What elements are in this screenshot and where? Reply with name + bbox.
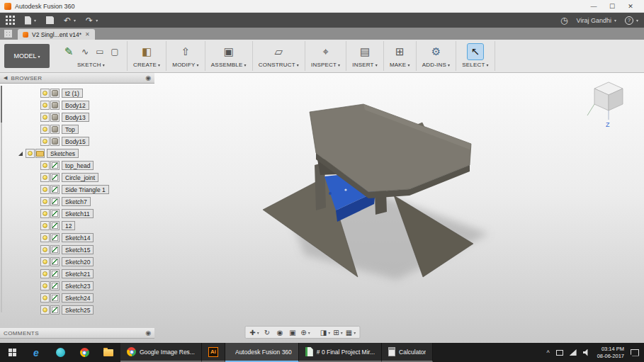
browser-tree-item[interactable]: Sketch24 bbox=[0, 292, 154, 304]
node-label[interactable]: 12 bbox=[62, 221, 75, 230]
select-cursor-icon[interactable]: ↖ bbox=[468, 44, 483, 60]
redo-button[interactable]: ↷ bbox=[86, 16, 98, 25]
show-data-panel-icon[interactable] bbox=[4, 30, 12, 38]
zoom-window-icon[interactable]: ▣ bbox=[288, 327, 298, 337]
job-status-icon[interactable]: ◷ bbox=[560, 16, 567, 25]
view-cube[interactable]: Z bbox=[579, 76, 635, 132]
workspace-menu-button[interactable]: MODEL bbox=[4, 44, 50, 68]
visibility-cell[interactable] bbox=[40, 269, 50, 278]
node-label[interactable]: Sketch11 bbox=[62, 209, 94, 218]
visibility-cell[interactable] bbox=[40, 305, 50, 315]
visibility-cell[interactable] bbox=[40, 101, 50, 110]
browser-tree-item[interactable]: Sketch20 bbox=[0, 256, 154, 268]
node-label[interactable]: Sketch14 bbox=[62, 233, 94, 242]
rectangle-icon[interactable]: ▢ bbox=[108, 45, 121, 58]
close-button[interactable]: ✕ bbox=[621, 0, 640, 12]
action-center-icon[interactable] bbox=[631, 349, 639, 356]
browser-tree-item[interactable]: Body13 bbox=[0, 111, 154, 123]
make-menu[interactable]: MAKE bbox=[390, 62, 410, 68]
collapse-panel-icon[interactable]: ◀ bbox=[4, 75, 7, 81]
node-label[interactable]: Side Triangle 1 bbox=[62, 185, 109, 194]
display-settings-icon[interactable]: ◨ bbox=[320, 327, 331, 337]
comments-header[interactable]: COMMENTS ◉ bbox=[0, 328, 154, 339]
browser-tree-item[interactable]: Circle_joint bbox=[0, 171, 154, 183]
comments-options-icon[interactable]: ◉ bbox=[145, 329, 151, 336]
node-label[interactable]: Sketch7 bbox=[62, 197, 91, 206]
node-label[interactable]: top_head bbox=[62, 161, 94, 170]
slot-icon[interactable]: ▭ bbox=[94, 45, 106, 58]
document-tab[interactable]: V2 Singl...ent v14* ✕ bbox=[18, 29, 95, 40]
taskbar-teal-app-button[interactable] bbox=[48, 343, 72, 362]
visibility-cell[interactable] bbox=[26, 149, 35, 158]
visibility-cell[interactable] bbox=[40, 233, 50, 242]
addins-icon[interactable]: ⚙ bbox=[428, 44, 444, 60]
visibility-cell[interactable] bbox=[40, 209, 50, 218]
taskbar-explorer-button[interactable] bbox=[96, 343, 120, 362]
node-label[interactable]: Sketch25 bbox=[62, 305, 94, 315]
maximize-button[interactable]: ☐ bbox=[603, 0, 621, 12]
viewports-icon[interactable]: ▦ bbox=[346, 327, 356, 337]
node-label[interactable]: Body13 bbox=[62, 113, 89, 122]
browser-tree-item[interactable]: Sketch11 bbox=[0, 208, 154, 220]
save-button[interactable] bbox=[46, 16, 54, 24]
file-menu[interactable] bbox=[25, 16, 36, 25]
spline-icon[interactable]: ∿ bbox=[79, 45, 91, 58]
taskbar-chrome-button[interactable] bbox=[72, 343, 96, 362]
visibility-cell[interactable] bbox=[40, 185, 50, 194]
node-label[interactable]: Body12 bbox=[62, 101, 89, 110]
inspect-menu[interactable]: INSPECT bbox=[311, 62, 340, 68]
create-icon[interactable]: ◧ bbox=[139, 44, 154, 60]
modify-menu[interactable]: MODIFY bbox=[172, 62, 199, 68]
node-label[interactable]: Sketch15 bbox=[62, 245, 94, 254]
orbit-icon[interactable]: ↻ bbox=[262, 327, 273, 337]
modify-icon[interactable]: ⇧ bbox=[178, 44, 193, 60]
visibility-cell[interactable] bbox=[40, 197, 50, 206]
node-label[interactable]: Sketch23 bbox=[62, 281, 94, 290]
visibility-cell[interactable] bbox=[40, 293, 50, 302]
construct-icon[interactable]: ▱ bbox=[271, 44, 286, 60]
node-label[interactable]: t2 (1) bbox=[62, 89, 83, 98]
node-label[interactable]: Circle_joint bbox=[62, 173, 98, 182]
undo-button[interactable]: ↶ bbox=[64, 16, 76, 25]
browser-tree-item[interactable]: Sketch21 bbox=[0, 268, 154, 280]
visibility-cell[interactable] bbox=[40, 137, 50, 146]
expander-icon[interactable] bbox=[18, 152, 23, 156]
zoom-icon[interactable]: ⊕ bbox=[300, 327, 311, 337]
insert-menu[interactable]: INSERT bbox=[352, 62, 378, 68]
browser-tree-item[interactable]: 12 bbox=[0, 220, 154, 232]
visibility-cell[interactable] bbox=[40, 113, 50, 122]
visibility-cell[interactable] bbox=[40, 281, 50, 290]
visibility-cell[interactable] bbox=[40, 221, 50, 230]
browser-tree-item[interactable]: Body15 bbox=[0, 135, 154, 147]
data-panel-toggle[interactable] bbox=[6, 16, 15, 25]
sketch-menu[interactable]: SKETCH bbox=[77, 62, 105, 68]
visibility-cell[interactable] bbox=[40, 257, 50, 266]
browser-tree-item[interactable]: Sketch23 bbox=[0, 280, 154, 292]
viewport-canvas[interactable]: Z ◀ BROWSER ◉ t2 (1) bbox=[0, 73, 644, 343]
browser-scrollbar[interactable] bbox=[1, 86, 2, 312]
assemble-menu[interactable]: ASSEMBLE bbox=[211, 62, 247, 68]
addins-menu[interactable]: ADD-INS bbox=[422, 62, 451, 68]
assemble-icon[interactable]: ▣ bbox=[221, 44, 237, 60]
browser-tree-item[interactable]: Sketches bbox=[0, 147, 154, 159]
visibility-cell[interactable] bbox=[40, 125, 50, 134]
browser-tree-item[interactable]: Sketch7 bbox=[0, 196, 154, 208]
tray-chevron-icon[interactable]: ^ bbox=[546, 349, 549, 356]
inspect-icon[interactable]: ⌖ bbox=[318, 44, 334, 60]
clock[interactable]: 03:14 PM 08-06-2017 bbox=[597, 346, 624, 359]
browser-tree-item[interactable]: Body12 bbox=[0, 99, 154, 111]
taskbar-window-button[interactable]: Google Image Res... bbox=[120, 343, 202, 362]
scrollbar-thumb[interactable] bbox=[1, 86, 2, 123]
taskbar-window-button[interactable]: # 0 Final Project Mir... bbox=[299, 343, 382, 362]
node-label[interactable]: Sketches bbox=[47, 149, 79, 158]
visibility-cell[interactable] bbox=[40, 245, 50, 254]
user-menu[interactable]: Viraj Gandhi bbox=[577, 17, 616, 24]
node-label[interactable]: Top bbox=[62, 125, 79, 134]
network-icon[interactable] bbox=[556, 350, 563, 356]
browser-tree-item[interactable]: Sketch14 bbox=[0, 232, 154, 244]
browser-tree-item[interactable]: top_head bbox=[0, 159, 154, 171]
browser-tree-item[interactable]: Sketch15 bbox=[0, 244, 154, 256]
taskbar-window-button[interactable]: Ai bbox=[202, 343, 225, 362]
make-icon[interactable]: ⊞ bbox=[392, 44, 407, 60]
node-label[interactable]: Sketch21 bbox=[62, 269, 94, 278]
